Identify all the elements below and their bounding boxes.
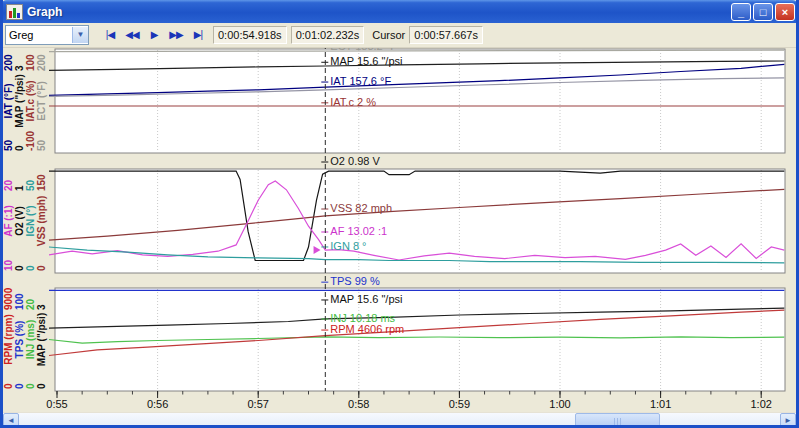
- axis-max-value: 200: [36, 54, 47, 71]
- cursor-value-label: IGN 8 °: [330, 240, 366, 252]
- axis-min-value: 0: [3, 383, 14, 389]
- graph-window: Graph _ □ × Greg ▼ |◀ ◀◀ ▶ ▶▶ ▶| 0:00:54…: [0, 0, 799, 428]
- close-button[interactable]: ×: [775, 3, 795, 21]
- axis-channel-label: IAT (°F): [3, 84, 14, 119]
- cursor-value-label: ECT 183.2 °F: [330, 48, 397, 52]
- cursor-value-label: VSS 82 mph: [330, 202, 392, 214]
- time-tick-label: 0:59: [449, 398, 470, 410]
- profile-select[interactable]: Greg ▼: [5, 25, 89, 45]
- axis-min-value: 50: [36, 139, 47, 151]
- plot-panel[interactable]: [55, 169, 785, 273]
- axis-channel-label: MAP ("/psi): [14, 74, 25, 127]
- axis-channel-label: TPS (%): [14, 321, 25, 359]
- axis-min-value: 10: [3, 259, 14, 271]
- axis-max-value: 1: [14, 185, 25, 191]
- toolbar: Greg ▼ |◀ ◀◀ ▶ ▶▶ ▶| 0:00:54.918s 0:01:0…: [3, 23, 796, 48]
- app-graph-icon: [6, 4, 23, 20]
- axis-min-value: 0: [14, 265, 25, 271]
- time-tick-label: 0:55: [46, 398, 67, 410]
- range-end-time: 0:01:02.232s: [291, 26, 365, 44]
- axis-max-value: 20: [3, 179, 14, 191]
- axis-min-value: 0: [14, 145, 25, 151]
- range-start-time: 0:00:54.918s: [213, 26, 287, 44]
- chevron-down-icon[interactable]: ▼: [72, 27, 88, 43]
- time-tick-label: 1:02: [750, 398, 771, 410]
- cursor-caption: Cursor: [372, 29, 405, 41]
- axis-min-value: -100: [25, 131, 36, 151]
- cursor-value-label: IAT 157.6 °F: [330, 75, 391, 87]
- axis-channel-label: AF (:1): [3, 205, 14, 237]
- axis-channel-label: VSS (mph): [36, 196, 47, 247]
- profile-value: Greg: [6, 29, 72, 41]
- axis-max-value: 9000: [3, 287, 14, 310]
- axis-channel-label: MAP ("/psi): [36, 313, 47, 366]
- plot-panel[interactable]: [55, 288, 785, 391]
- axis-channel-label: INJ (ms): [25, 320, 36, 359]
- cursor-value-label: IAT.c 2 %: [330, 96, 376, 108]
- axis-max-value: 3: [36, 304, 47, 310]
- axis-min-value: 0: [25, 383, 36, 389]
- rewind-button[interactable]: ◀◀: [121, 26, 143, 44]
- cursor-value-label: MAP 15.6 "/psi: [330, 55, 402, 67]
- cursor-value-label: TPS 99 %: [330, 275, 380, 287]
- time-scrollbar[interactable]: ◄ ►: [3, 412, 796, 428]
- skip-end-button[interactable]: ▶|: [187, 26, 209, 44]
- graph-plot-area[interactable]: 200IAT (°F)503MAP ("/psi)0100IAT.c (%)-1…: [3, 48, 796, 412]
- axis-max-value: 150: [36, 174, 47, 191]
- scrollbar-grip-icon: [614, 418, 622, 425]
- cursor-value-label: AF 13.02 :1: [330, 225, 387, 237]
- axis-channel-label: IGN (°): [25, 205, 36, 236]
- axis-channel-label: IAT.c (%): [25, 81, 36, 122]
- graph-svg[interactable]: 200IAT (°F)503MAP ("/psi)0100IAT.c (%)-1…: [3, 48, 796, 412]
- scrollbar-track[interactable]: [19, 413, 780, 428]
- time-tick-label: 0:58: [348, 398, 369, 410]
- axis-max-value: 200: [3, 54, 14, 71]
- fast-forward-button[interactable]: ▶▶: [165, 26, 187, 44]
- play-button[interactable]: ▶: [143, 26, 165, 44]
- cursor-value-label: RPM 4606 rpm: [330, 323, 404, 335]
- axis-channel-label: O2 (V): [14, 206, 25, 235]
- axis-max-value: 100: [14, 293, 25, 310]
- time-tick-label: 1:00: [549, 398, 570, 410]
- minimize-button[interactable]: _: [731, 3, 751, 21]
- scrollbar-thumb[interactable]: [575, 413, 660, 428]
- axis-min-value: 0: [14, 383, 25, 389]
- axis-max-value: 100: [25, 54, 36, 71]
- axis-channel-label: RPM (rpm): [3, 314, 14, 365]
- scroll-left-button[interactable]: ◄: [3, 413, 19, 428]
- axis-max-value: 3: [14, 65, 25, 71]
- title-bar: Graph _ □ ×: [0, 0, 799, 23]
- cursor-value-label: O2 0.98 V: [330, 155, 380, 167]
- window-title: Graph: [27, 5, 729, 19]
- axis-max-value: 50: [25, 179, 36, 191]
- axis-channel-label: ECT (°F): [36, 81, 47, 121]
- cursor-time: 0:00:57.667s: [409, 26, 483, 44]
- time-tick-label: 0:57: [247, 398, 268, 410]
- scroll-right-button[interactable]: ►: [780, 413, 796, 428]
- axis-min-value: 0: [36, 265, 47, 271]
- transport-controls: |◀ ◀◀ ▶ ▶▶ ▶|: [99, 26, 209, 44]
- time-tick-label: 0:56: [147, 398, 168, 410]
- axis-min-value: 0: [36, 383, 47, 389]
- axis-min-value: 0: [25, 265, 36, 271]
- skip-start-button[interactable]: |◀: [99, 26, 121, 44]
- axis-min-value: 50: [3, 139, 14, 151]
- time-tick-label: 1:01: [650, 398, 671, 410]
- maximize-button[interactable]: □: [753, 3, 773, 21]
- cursor-value-label: MAP 15.6 "/psi: [330, 293, 402, 305]
- axis-max-value: 20: [25, 298, 36, 310]
